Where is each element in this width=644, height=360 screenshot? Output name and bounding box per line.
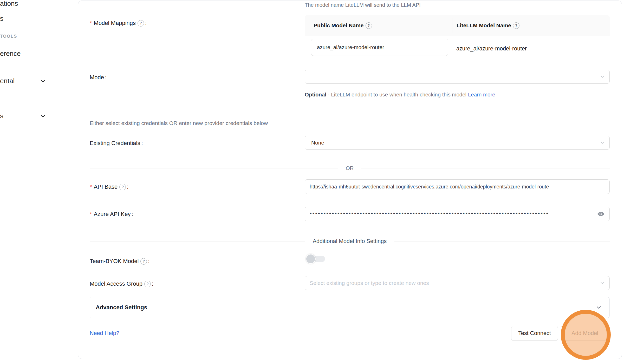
litellm-model-name-value: azure_ai/azure-model-router (456, 36, 527, 61)
table-row: azure_ai/azure-model-router (305, 36, 610, 61)
sidebar-section-label: TOOLS (0, 34, 17, 39)
toggle-knob (306, 254, 316, 264)
api-base-input[interactable] (310, 184, 605, 190)
help-icon[interactable]: ? (138, 20, 144, 27)
masked-password-value: ••••••••••••••••••••••••••••••••••••••••… (310, 211, 549, 216)
api-base-label: * API Base ? : (90, 184, 128, 190)
chevron-down-icon (40, 113, 46, 120)
model-access-group-label: Model Access Group ? : (90, 280, 153, 287)
existing-credentials-value: None (311, 140, 324, 146)
credentials-hint: Either select existing credentials OR en… (90, 120, 268, 126)
model-access-group-select[interactable]: Select existing groups or type to create… (305, 276, 610, 290)
divider-line (361, 168, 610, 168)
existing-credentials-select[interactable]: None (305, 136, 610, 150)
team-byok-toggle[interactable] (306, 254, 326, 264)
sidebar-item-label: s (0, 112, 3, 120)
or-divider: OR (90, 165, 610, 172)
divider-line (394, 241, 610, 241)
public-model-name-input[interactable] (316, 44, 443, 51)
eye-icon[interactable] (597, 210, 605, 218)
team-byok-label: Team-BYOK Model ? : (90, 258, 149, 265)
sidebar-item-label: ations (0, 0, 18, 8)
column-header-litellm-model-name: LiteLLM Model Name ? (452, 18, 610, 33)
chevron-down-icon (600, 280, 605, 286)
additional-settings-divider: Additional Model Info Settings (90, 238, 610, 245)
sidebar-item-truncated-2[interactable]: s (0, 15, 3, 23)
need-help-link[interactable]: Need Help? (90, 330, 119, 337)
learn-more-link[interactable]: Learn more (468, 91, 495, 97)
mode-select[interactable] (305, 70, 610, 84)
sidebar-item-label: s (0, 15, 3, 23)
help-icon[interactable]: ? (144, 281, 151, 287)
sidebar-item-truncated-1[interactable]: ations (0, 0, 18, 8)
model-mappings-table-header: Public Model Name ? LiteLLM Model Name ? (305, 15, 610, 36)
chevron-down-icon (595, 304, 602, 311)
sidebar-item-truncated-3[interactable]: erence (0, 50, 21, 58)
existing-credentials-label: Existing Credentials : (90, 140, 143, 147)
help-icon[interactable]: ? (366, 22, 372, 29)
advanced-settings-title: Advanced Settings (96, 304, 595, 311)
sidebar-item-label: erence (0, 50, 21, 58)
model-mappings-table: Public Model Name ? LiteLLM Model Name ?… (305, 15, 610, 61)
mode-optional-note: Optional - LiteLLM endpoint to use when … (305, 89, 510, 100)
azure-api-key-input[interactable]: ••••••••••••••••••••••••••••••••••••••••… (305, 207, 610, 221)
chevron-down-icon (40, 78, 46, 84)
sidebar-item-truncated-4[interactable]: s (0, 112, 46, 120)
mode-label: Mode : (90, 74, 107, 81)
help-icon[interactable]: ? (513, 22, 519, 29)
help-icon[interactable]: ? (119, 184, 126, 190)
required-asterisk: * (90, 211, 92, 218)
api-base-input-wrap (305, 179, 610, 194)
divider-line (90, 168, 338, 168)
sidebar-item-label: ental (0, 77, 15, 85)
model-mappings-label: * Model Mappings ? : (90, 20, 147, 27)
sidebar-section-tools: TOOLS (0, 34, 17, 39)
sidebar-item-experimental[interactable]: ental (0, 77, 46, 85)
advanced-settings-panel[interactable]: Advanced Settings (90, 297, 610, 318)
model-name-hint: The model name LiteLLM will send to the … (305, 2, 421, 8)
azure-api-key-label: * Azure API Key : (90, 211, 133, 218)
divider-line (90, 241, 305, 241)
help-icon[interactable]: ? (140, 258, 147, 265)
test-connect-button[interactable]: Test Connect (511, 326, 558, 341)
column-header-public-model-name: Public Model Name ? (305, 22, 452, 29)
chevron-down-icon (600, 140, 605, 146)
required-asterisk: * (90, 20, 92, 27)
chevron-down-icon (600, 74, 605, 80)
model-access-group-placeholder: Select existing groups or type to create… (310, 280, 429, 286)
public-model-name-input-wrap (311, 39, 448, 56)
required-asterisk: * (90, 184, 92, 190)
add-model-button[interactable]: Add Model (561, 326, 609, 341)
